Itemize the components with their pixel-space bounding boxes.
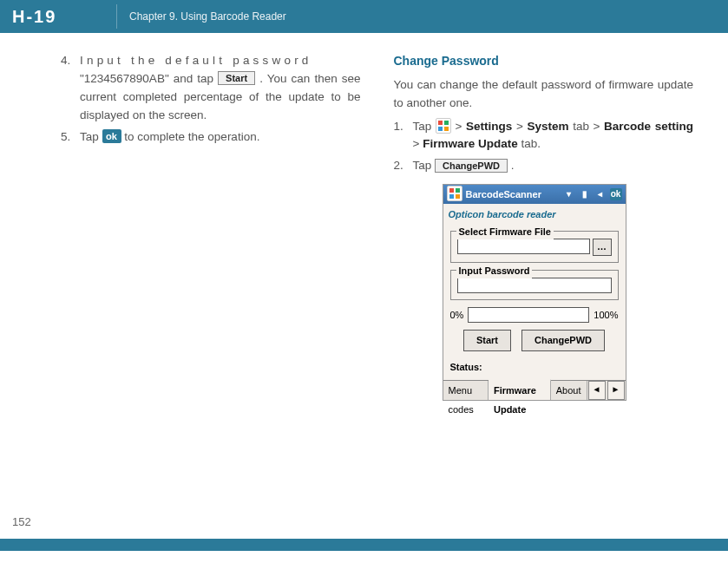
progress-0: 0% xyxy=(450,308,464,323)
step-4-number: 4. xyxy=(61,52,80,125)
device-screenshot: BarcodeScanner ▾ ▮ ◂ ok Opticon barcode … xyxy=(443,184,626,401)
step-2-b: . xyxy=(511,159,515,172)
main-content: 4. Input the default password "123456789… xyxy=(0,33,728,401)
step-2-a: Tap xyxy=(413,159,436,172)
windows-flag-icon[interactable] xyxy=(447,186,462,201)
device-title-text: BarcodeScanner xyxy=(466,187,541,202)
tab-arrows: ◄ ► xyxy=(587,380,626,401)
step-5-number: 5. xyxy=(61,128,80,147)
password-input[interactable] xyxy=(457,278,612,293)
ok-button[interactable]: ok xyxy=(102,129,121,143)
firmware-update-text: Firmware Update xyxy=(423,137,518,150)
left-column: 4. Input the default password "123456789… xyxy=(61,52,361,401)
device-titlebar-icons: ▾ ▮ ◂ ok xyxy=(563,188,622,200)
right-column: Change Password You can change the defau… xyxy=(394,52,694,401)
step-2-number: 2. xyxy=(394,157,413,175)
browse-button[interactable]: … xyxy=(593,239,612,256)
gt2: > xyxy=(516,120,528,133)
change-password-title: Change Password xyxy=(394,52,694,71)
network-icon: ▮ xyxy=(579,188,591,200)
step-1: 1. Tap > Settings > System tab > Barcode… xyxy=(394,118,694,154)
page-number: 152 xyxy=(12,515,31,528)
step-2: 2. Tap ChangePWD . xyxy=(394,157,694,175)
header-bar: H-19 Chapter 9. Using Barcode Reader xyxy=(0,0,728,33)
step-1-body: Tap > Settings > System tab > Barcode se… xyxy=(413,118,694,154)
signal-icon: ▾ xyxy=(563,188,575,200)
changepwd-button[interactable]: ChangePWD xyxy=(435,159,508,173)
speaker-icon: ◂ xyxy=(594,188,607,200)
status-label: Status: xyxy=(450,360,619,375)
step-1-a: Tap xyxy=(413,120,436,133)
tab-tail: tab. xyxy=(521,137,541,150)
device-start-button[interactable]: Start xyxy=(463,330,511,351)
step-5-a: Tap xyxy=(80,130,102,143)
device-titlebar: BarcodeScanner ▾ ▮ ◂ ok xyxy=(443,185,626,204)
gt3: > xyxy=(413,137,423,150)
step-4-line2a: "1234567890AB" and tap xyxy=(80,72,218,85)
step-2-body: Tap ChangePWD . xyxy=(413,157,694,175)
device-changepwd-button[interactable]: ChangePWD xyxy=(521,330,605,351)
footer-bar xyxy=(0,539,728,551)
barcode-setting-text: Barcode setting xyxy=(604,120,693,133)
progress-row: 0% 100% xyxy=(450,307,619,323)
tab-arrow-right[interactable]: ► xyxy=(607,381,625,400)
step-1-number: 1. xyxy=(394,118,413,154)
step-4-body: Input the default password "1234567890AB… xyxy=(80,52,361,125)
step-5-body: Tap ok to complete the operation. xyxy=(80,128,361,147)
header-divider xyxy=(116,4,117,29)
tab-menu-codes[interactable]: Menu codes xyxy=(443,381,489,400)
device-button-row: Start ChangePWD xyxy=(450,330,619,351)
input-password-fieldset: Input Password xyxy=(450,270,619,300)
logo: H-19 xyxy=(0,7,116,27)
system-text: System xyxy=(527,120,568,133)
tab-about[interactable]: About xyxy=(551,381,587,400)
select-firmware-legend: Select Firmware File xyxy=(456,225,554,239)
step-5-b: to complete the operation. xyxy=(124,130,259,143)
device-body: Select Firmware File … Input Password 0%… xyxy=(443,226,626,380)
tab-arrow-left[interactable]: ◄ xyxy=(588,381,606,400)
tab-firmware-update[interactable]: Firmware Update xyxy=(489,379,551,400)
close-icon[interactable]: ok xyxy=(610,188,622,200)
progress-100: 100% xyxy=(594,308,618,323)
tab-word: tab > xyxy=(573,120,604,133)
chapter-title: Chapter 9. Using Barcode Reader xyxy=(129,10,286,23)
step-5: 5. Tap ok to complete the operation. xyxy=(61,128,361,147)
change-password-intro: You can change the default password of f… xyxy=(394,76,694,113)
windows-start-icon[interactable] xyxy=(436,118,451,134)
select-firmware-fieldset: Select Firmware File … xyxy=(450,231,619,263)
settings-text: Settings xyxy=(466,120,512,133)
device-tab-bar: Menu codes Firmware Update About ◄ ► xyxy=(443,380,626,400)
progress-bar xyxy=(468,307,589,323)
firmware-file-input[interactable] xyxy=(457,239,590,254)
input-password-legend: Input Password xyxy=(456,264,533,278)
step-4-line1: Input the default password xyxy=(80,54,312,67)
start-button[interactable]: Start xyxy=(218,71,255,85)
gt1: > xyxy=(456,120,467,133)
step-4: 4. Input the default password "123456789… xyxy=(61,52,361,125)
device-subtitle: Opticon barcode reader xyxy=(443,204,626,226)
